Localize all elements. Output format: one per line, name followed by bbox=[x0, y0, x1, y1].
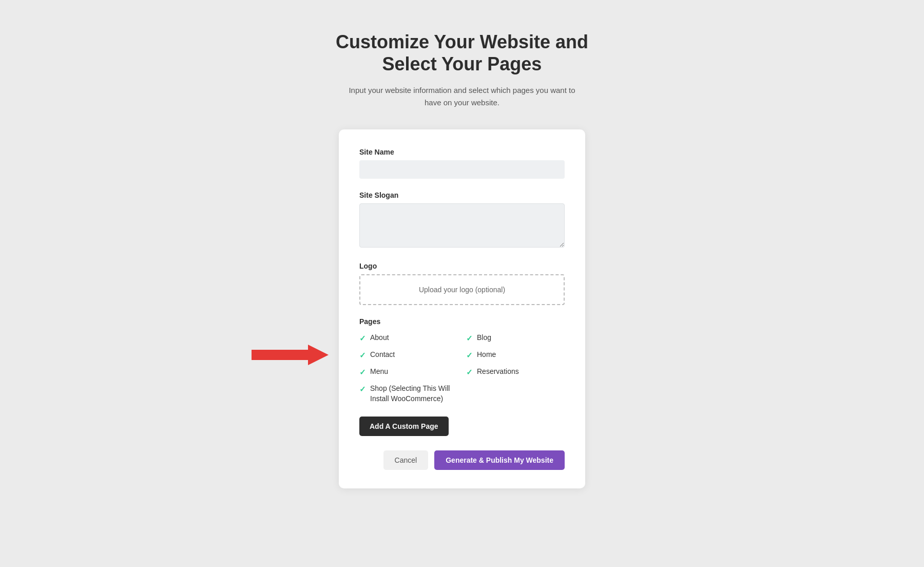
page-subtitle: Input your website information and selec… bbox=[344, 84, 580, 109]
page-item-blog[interactable]: ✓ Blog bbox=[466, 333, 565, 344]
logo-field: Logo Upload your logo (optional) bbox=[359, 262, 565, 305]
check-icon-shop: ✓ bbox=[359, 384, 366, 394]
page-label-menu: Menu bbox=[370, 367, 388, 377]
action-row: Cancel Generate & Publish My Website bbox=[359, 450, 565, 470]
add-custom-page-button[interactable]: Add A Custom Page bbox=[359, 417, 449, 436]
pages-grid: ✓ About ✓ Blog ✓ Contact ✓ Home ✓ Menu ✓ bbox=[359, 333, 565, 404]
site-name-input[interactable] bbox=[359, 160, 565, 179]
pages-section: Pages ✓ About ✓ Blog ✓ Contact ✓ Home ✓ … bbox=[359, 317, 565, 404]
page-item-shop[interactable]: ✓ Shop (Selecting This Will Install WooC… bbox=[359, 384, 462, 404]
logo-label: Logo bbox=[359, 262, 565, 270]
site-slogan-input[interactable] bbox=[359, 203, 565, 248]
main-card: Site Name Site Slogan Logo Upload your l… bbox=[339, 129, 585, 488]
site-slogan-label: Site Slogan bbox=[359, 191, 565, 199]
page-item-home[interactable]: ✓ Home bbox=[466, 350, 565, 361]
check-icon-reservations: ✓ bbox=[466, 367, 473, 377]
generate-publish-button[interactable]: Generate & Publish My Website bbox=[434, 450, 565, 470]
check-icon-contact: ✓ bbox=[359, 350, 366, 361]
page-label-contact: Contact bbox=[370, 350, 395, 360]
page-title: Customize Your Website and Select Your P… bbox=[336, 31, 588, 75]
cancel-button[interactable]: Cancel bbox=[383, 450, 429, 470]
page-label-reservations: Reservations bbox=[477, 367, 519, 377]
page-item-reservations[interactable]: ✓ Reservations bbox=[466, 367, 565, 377]
page-header: Customize Your Website and Select Your P… bbox=[336, 31, 588, 109]
site-name-field: Site Name bbox=[359, 148, 565, 179]
check-icon-about: ✓ bbox=[359, 333, 366, 344]
page-label-home: Home bbox=[477, 350, 496, 360]
site-name-label: Site Name bbox=[359, 148, 565, 156]
check-icon-menu: ✓ bbox=[359, 367, 366, 377]
page-label-shop: Shop (Selecting This Will Install WooCom… bbox=[370, 384, 462, 404]
arrow-indicator bbox=[252, 342, 329, 368]
page-label-about: About bbox=[370, 333, 389, 343]
page-item-menu[interactable]: ✓ Menu bbox=[359, 367, 458, 377]
check-icon-home: ✓ bbox=[466, 350, 473, 361]
site-slogan-field: Site Slogan bbox=[359, 191, 565, 250]
svg-marker-0 bbox=[252, 345, 329, 365]
page-item-contact[interactable]: ✓ Contact bbox=[359, 350, 458, 361]
page-label-blog: Blog bbox=[477, 333, 491, 343]
check-icon-blog: ✓ bbox=[466, 333, 473, 344]
page-item-about[interactable]: ✓ About bbox=[359, 333, 458, 344]
pages-label: Pages bbox=[359, 317, 565, 326]
logo-upload-area[interactable]: Upload your logo (optional) bbox=[359, 274, 565, 305]
